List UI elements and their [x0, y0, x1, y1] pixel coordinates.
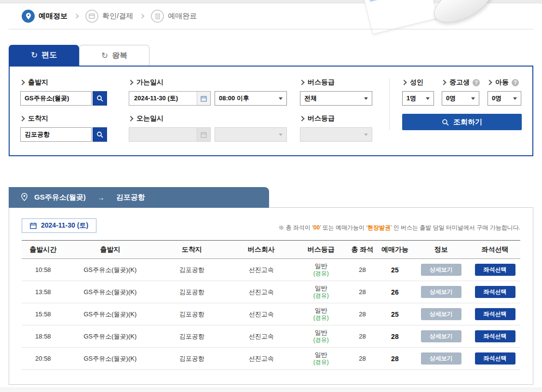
- detail-button[interactable]: 상세보기: [421, 286, 461, 298]
- bus-grade-return-label: 버스등급: [300, 114, 389, 123]
- header-company: 버스회사: [228, 241, 295, 259]
- notice-segment: ’ 인 버스는 출발 당일 터미널에서 구매 가능합니다.: [391, 224, 520, 231]
- cell-destination: 김포공항: [156, 259, 228, 281]
- cell-seat-select: 좌석선택: [470, 281, 520, 303]
- header-seat-select: 좌석선택: [470, 241, 520, 259]
- seat-select-button[interactable]: 좌석선택: [475, 352, 515, 365]
- search-submit-button[interactable]: 조회하기: [402, 114, 522, 130]
- depart-time-select[interactable]: 08:00 이후: [215, 91, 287, 106]
- bus-grade: 일반: [295, 262, 347, 270]
- cell-grade: 일반(경유): [295, 348, 347, 370]
- bus-grade-select[interactable]: 전체: [300, 91, 372, 106]
- cell-company: 선진고속: [228, 259, 295, 281]
- bus-grade: 일반: [295, 307, 347, 314]
- student-count-select[interactable]: 0명: [442, 91, 479, 106]
- depart-date-field[interactable]: 2024-11-30 (토): [129, 91, 211, 106]
- table-header-row: 출발시간 출발지 도착지 버스회사 버스등급 총 좌석 예매가능 정보 좌석선택: [22, 241, 520, 259]
- seat-select-button[interactable]: 좌석선택: [475, 308, 515, 320]
- header-destination: 도착지: [156, 241, 228, 259]
- seat-select-button[interactable]: 좌석선택: [475, 330, 515, 342]
- chevron-down-icon: [426, 97, 430, 100]
- cell-grade: 일반(경유): [295, 325, 347, 348]
- arrival-input[interactable]: [20, 127, 92, 142]
- cell-company: 선진고속: [228, 325, 295, 348]
- help-icon[interactable]: ?: [473, 79, 480, 86]
- chevron-down-icon: [513, 97, 517, 100]
- header-origin: 출발지: [65, 241, 156, 259]
- cell-company: 선진고속: [228, 281, 295, 303]
- child-count-select[interactable]: 0명: [488, 91, 521, 106]
- detail-button[interactable]: 상세보기: [421, 264, 461, 276]
- detail-button[interactable]: 상세보기: [421, 308, 461, 320]
- breadcrumb-label: 확인/결제: [102, 12, 133, 21]
- seat-select-button[interactable]: 좌석선택: [475, 286, 515, 298]
- cell-company: 선진고속: [228, 303, 295, 325]
- detail-button[interactable]: 상세보기: [421, 330, 461, 342]
- cell-grade: 일반(경유): [295, 259, 347, 281]
- header-grade: 버스등급: [295, 241, 347, 259]
- detail-button[interactable]: 상세보기: [421, 352, 461, 365]
- schedule-table: 출발시간 출발지 도착지 버스회사 버스등급 총 좌석 예매가능 정보 좌석선택…: [22, 240, 520, 370]
- cell-available: 28: [378, 348, 413, 370]
- table-row: 10:58 GS주유소(월곶)(K) 김포공항 선진고속 일반(경유) 28 2…: [22, 259, 520, 281]
- bus-grade-via: (경유): [295, 292, 347, 299]
- cell-total-seats: 28: [347, 348, 377, 370]
- cell-total-seats: 28: [347, 259, 377, 281]
- cell-company: 선진고속: [228, 348, 295, 370]
- notice-highlight: 현장발권: [367, 224, 391, 231]
- breadcrumb-step-booking-info[interactable]: 예매정보: [22, 10, 68, 23]
- student-field: 중고생 ? 0명: [442, 78, 480, 106]
- cell-destination: 김포공항: [156, 303, 228, 325]
- arrival-search-button[interactable]: [93, 127, 107, 142]
- child-label: 아동 ?: [488, 78, 521, 87]
- cell-info: 상세보기: [412, 281, 470, 303]
- chevron-down-icon: [279, 134, 283, 136]
- route-to: 김포공항: [116, 193, 145, 202]
- refresh-icon: ↻: [101, 52, 108, 60]
- cell-destination: 김포공항: [156, 348, 228, 370]
- results-box: 2024-11-30 (토) ※ 총 좌석이 ‘00’ 또는 예매가능이 ‘현장…: [9, 207, 533, 385]
- cell-total-seats: 28: [347, 281, 377, 303]
- departure-input[interactable]: [20, 91, 92, 106]
- calendar-icon[interactable]: [197, 92, 210, 105]
- location-pin-icon: [22, 10, 35, 23]
- breadcrumb-label: 예매정보: [39, 12, 68, 21]
- bus-grade-label: 버스등급: [300, 78, 389, 87]
- help-icon[interactable]: ?: [512, 79, 519, 86]
- header-available: 예매가능: [378, 241, 413, 259]
- depart-datetime-label: 가는일시: [129, 78, 300, 87]
- adult-field: 성인 1명: [402, 78, 434, 106]
- table-row: 20:58 GS주유소(월곶)(K) 김포공항 선진고속 일반(경유) 28 2…: [22, 348, 520, 370]
- cell-origin: GS주유소(월곶)(K): [65, 325, 156, 348]
- breadcrumb-step-booking-complete[interactable]: 예매완료: [151, 10, 197, 23]
- route-from: GS주유소(월곶): [34, 193, 86, 202]
- chevron-right-icon: [140, 14, 145, 19]
- bus-grade-group: 버스등급 전체 버스등급: [300, 78, 389, 142]
- cell-seat-select: 좌석선택: [470, 348, 520, 370]
- adult-count-select[interactable]: 1명: [402, 91, 434, 106]
- tab-oneway[interactable]: ↻ 편도: [9, 45, 79, 66]
- cell-total-seats: 28: [347, 303, 377, 325]
- cell-destination: 김포공항: [156, 281, 228, 303]
- cell-depart-time: 18:58: [22, 325, 65, 348]
- cell-depart-time: 15:58: [22, 303, 65, 325]
- seat-select-button[interactable]: 좌석선택: [475, 264, 515, 276]
- header-depart-time: 출발시간: [22, 241, 65, 259]
- route-header: GS주유소(월곶) → 김포공항: [9, 187, 269, 208]
- tab-roundtrip[interactable]: ↻ 왕복: [79, 45, 149, 66]
- search-submit-label: 조회하기: [453, 118, 482, 127]
- tab-roundtrip-label: 왕복: [112, 51, 127, 61]
- result-date-button[interactable]: 2024-11-30 (토): [22, 218, 96, 233]
- origin-destination-group: 출발지 도착지: [20, 78, 129, 142]
- bus-grade: 일반: [295, 351, 347, 359]
- breadcrumb-step-confirm-payment[interactable]: 확인/결제: [85, 10, 133, 23]
- return-datetime-label: 오는일시: [129, 114, 300, 123]
- results-section: GS주유소(월곶) → 김포공항 2024-11-30 (토) ※ 총 좌석이 …: [9, 187, 533, 385]
- bottom-strip: [0, 388, 542, 392]
- child-count-value: 0명: [492, 94, 501, 103]
- departure-search-button[interactable]: [93, 91, 107, 106]
- chevron-down-icon: [279, 97, 283, 100]
- calendar-icon: [197, 128, 210, 141]
- document-icon: [151, 10, 164, 23]
- cell-origin: GS주유소(월곶)(K): [65, 303, 156, 325]
